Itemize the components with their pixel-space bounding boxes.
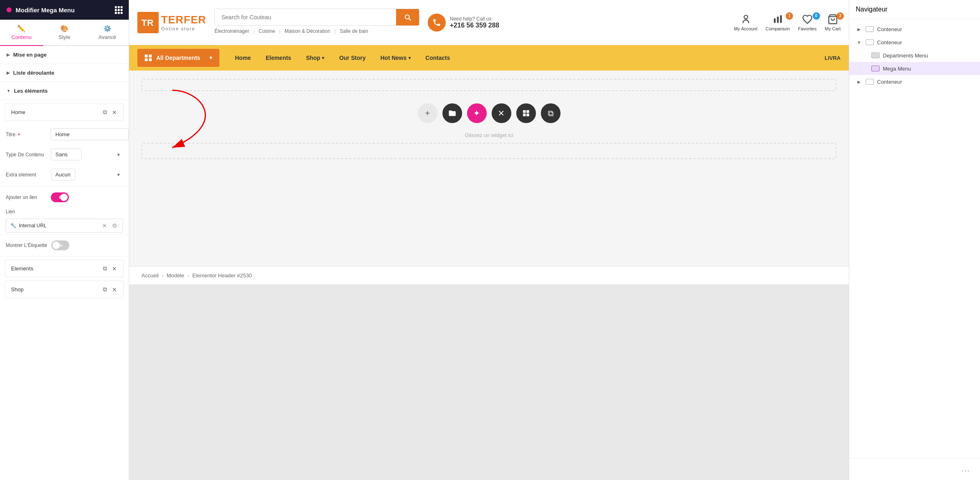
canvas-bottom bbox=[129, 284, 849, 480]
search-tags: Électroménager | Cuisine | Maison & Déco… bbox=[214, 26, 419, 37]
store-header: TR TERFER Online store Électroménager bbox=[129, 0, 849, 45]
section-liste-deroulante[interactable]: ▶ Liste déroulante bbox=[0, 64, 129, 82]
type-contenu-select[interactable]: Sans Contenu Template bbox=[51, 149, 82, 160]
breadcrumb-header[interactable]: Elementor Header #2530 bbox=[192, 272, 252, 279]
search-tag-electromenager[interactable]: Électroménager bbox=[214, 28, 249, 34]
tree-expand-2: ▼ bbox=[856, 39, 862, 46]
tree-icon-1 bbox=[866, 26, 874, 32]
store-logo: TR TERFER Online store bbox=[137, 12, 206, 33]
nav-item-our-story[interactable]: Our Story bbox=[332, 47, 373, 69]
tree-label-conteneur-1: Conteneur bbox=[877, 26, 973, 32]
canvas-folder-button[interactable] bbox=[442, 103, 462, 123]
tab-contenu-label: Contenu bbox=[11, 34, 32, 40]
divider-3 bbox=[0, 256, 129, 256]
copy-home-button[interactable]: ⧉ bbox=[102, 108, 108, 117]
tree-expand-1: ▶ bbox=[856, 26, 862, 32]
tree-label-mega-menu: Mega Menu bbox=[883, 66, 973, 72]
search-tag-maison[interactable]: Maison & Décoration bbox=[285, 28, 330, 34]
my-account-icon-item[interactable]: My Account bbox=[734, 14, 757, 31]
my-cart-label: My Cart bbox=[825, 26, 841, 31]
tab-avance[interactable]: ⚙️ Avancé bbox=[86, 20, 129, 45]
avance-icon: ⚙️ bbox=[103, 25, 112, 32]
section-mise-en-page[interactable]: ▶ Mise en page bbox=[0, 46, 129, 64]
element-home-header: Home ⧉ ✕ bbox=[11, 108, 118, 117]
nav-item-contacts[interactable]: Contacts bbox=[418, 47, 458, 69]
breadcrumb-accueil[interactable]: Accueil bbox=[141, 272, 159, 279]
tree-item-departments-menu[interactable]: Departments Menu bbox=[849, 49, 980, 62]
favorites-icon-item[interactable]: 0 Favorites bbox=[798, 14, 816, 31]
url-field: 🔧 Internal URL ✕ ⚙ bbox=[6, 219, 123, 233]
comparison-icon-item[interactable]: 1 Comparison bbox=[766, 14, 790, 31]
mise-en-page-label: Mise en page bbox=[13, 52, 47, 58]
search-tag-salle[interactable]: Salle de bain bbox=[340, 28, 368, 34]
copy-shop-button[interactable]: ⧉ bbox=[102, 285, 108, 294]
canvas-grid-button[interactable] bbox=[516, 103, 536, 123]
nav-item-shop[interactable]: Shop ▾ bbox=[299, 47, 332, 69]
delete-shop-button[interactable]: ✕ bbox=[111, 285, 118, 294]
main-content: TR TERFER Online store Électroménager bbox=[129, 0, 849, 480]
canvas-sparkle-button[interactable]: ✦ bbox=[467, 103, 487, 123]
url-clear-button[interactable]: ✕ bbox=[100, 222, 109, 230]
nav-items: Home Elements Shop ▾ Our Story Hot News … bbox=[228, 47, 457, 69]
url-settings-button[interactable]: ⚙ bbox=[110, 222, 119, 230]
my-cart-icon-item[interactable]: 3 My Cart bbox=[825, 14, 841, 31]
copy-elements-button[interactable]: ⧉ bbox=[102, 264, 108, 273]
search-tag-cuisine[interactable]: Cuisine bbox=[259, 28, 275, 34]
section-les-elements[interactable]: ▼ Les éléments bbox=[0, 82, 129, 100]
extra-element-select[interactable]: Aucun Icône Badge bbox=[51, 169, 75, 181]
tab-contenu[interactable]: ✏️ Contenu bbox=[0, 20, 43, 46]
sidebar-header: Modifier Mega Menu bbox=[0, 0, 129, 20]
all-departments-label: All Departments bbox=[156, 55, 200, 61]
element-home-name: Home bbox=[11, 109, 25, 115]
tree-label-conteneur-2: Conteneur bbox=[877, 39, 973, 46]
nav-item-hot-news[interactable]: Hot News ▾ bbox=[373, 47, 418, 69]
url-field-text: Internal URL bbox=[19, 223, 98, 229]
canvas-copy-button[interactable]: ⧉ bbox=[541, 103, 561, 123]
svg-point-1 bbox=[744, 15, 748, 19]
right-panel-title: Navigateur bbox=[856, 6, 887, 13]
tab-style[interactable]: 🎨 Style bbox=[43, 20, 86, 45]
logo-sub: Online store bbox=[161, 26, 206, 31]
tree-expand-dept bbox=[861, 52, 868, 59]
breadcrumb-bar: Accueil › Modèle › Elementor Header #253… bbox=[129, 266, 849, 284]
more-options-button[interactable]: ... bbox=[958, 463, 973, 475]
nav-item-home[interactable]: Home bbox=[228, 47, 258, 69]
toggle-etiquette-value: Non bbox=[54, 243, 62, 248]
svg-rect-3 bbox=[777, 16, 778, 23]
header-dot bbox=[7, 7, 11, 12]
tree-icon-3 bbox=[866, 79, 874, 85]
toggle-lien-switch[interactable]: Oui bbox=[51, 192, 69, 202]
delete-elements-button[interactable]: ✕ bbox=[111, 264, 118, 273]
element-elements-header: Elements ⧉ ✕ bbox=[11, 264, 118, 273]
sidebar-content: ▶ Mise en page ▶ Liste déroulante ▼ Les … bbox=[0, 46, 129, 480]
delete-home-button[interactable]: ✕ bbox=[111, 108, 118, 117]
type-contenu-select-wrapper: Sans Contenu Template bbox=[51, 149, 123, 160]
contenu-icon: ✏️ bbox=[17, 25, 25, 32]
svg-rect-8 bbox=[523, 114, 526, 117]
nav-item-elements[interactable]: Elements bbox=[258, 47, 299, 69]
titre-input[interactable] bbox=[51, 128, 129, 140]
tree-item-conteneur-2[interactable]: ▼ Conteneur bbox=[849, 36, 980, 49]
tree-item-conteneur-3[interactable]: ▶ Conteneur bbox=[849, 75, 980, 88]
search-bar bbox=[214, 9, 419, 26]
canvas-add-button[interactable]: + bbox=[418, 103, 438, 123]
canvas-toolbar: + ✦ ✕ ⧉ bbox=[129, 95, 849, 131]
toggle-etiquette-switch[interactable]: Non bbox=[51, 240, 69, 250]
tree-item-mega-menu[interactable]: Mega Menu bbox=[849, 62, 980, 75]
tree-item-conteneur-1[interactable]: ▶ Conteneur bbox=[849, 23, 980, 36]
canvas-x-button[interactable]: ✕ bbox=[492, 103, 511, 123]
url-field-actions: ✕ ⚙ bbox=[100, 222, 119, 230]
grid-icon[interactable] bbox=[115, 6, 122, 14]
right-panel: Navigateur ▶ Conteneur ▼ Conteneur Depar… bbox=[849, 0, 980, 480]
breadcrumb-sep-1: › bbox=[162, 273, 164, 278]
ai-sparkle-icon: ✦ bbox=[17, 132, 21, 137]
search-button[interactable] bbox=[396, 9, 419, 25]
svg-rect-6 bbox=[523, 110, 526, 113]
breadcrumb-modele[interactable]: Modèle bbox=[167, 272, 185, 279]
comparison-badge: 1 bbox=[786, 12, 793, 20]
search-input[interactable] bbox=[215, 9, 396, 25]
element-elements-name: Elements bbox=[11, 265, 33, 272]
cart-badge: 3 bbox=[836, 12, 844, 20]
all-departments-button[interactable]: All Departments ▾ bbox=[137, 49, 219, 67]
breadcrumb-sep-2: › bbox=[187, 273, 189, 278]
